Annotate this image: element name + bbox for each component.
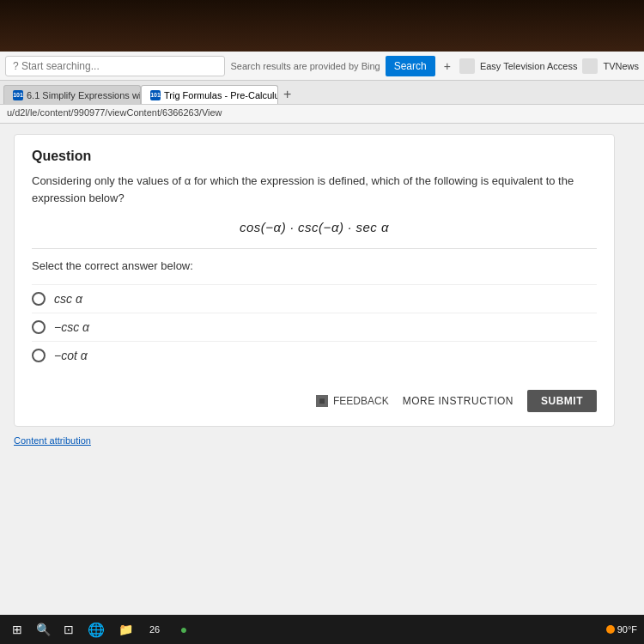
answer-option-3[interactable]: −cot α [32,341,597,369]
answer-text-2: −csc α [54,320,89,334]
question-title: Question [32,149,597,164]
weather-sun-icon [606,625,615,634]
tab-1[interactable]: 101 6.1 Simplify Expressions with Bas ✕ [3,85,141,104]
feedback-icon: ■ [316,395,328,407]
tab2-favicon: 101 [150,90,161,100]
bookmark-icon[interactable] [459,58,475,74]
windows-start-button[interactable]: ⊞ [7,619,27,640]
monitor-bezel [0,0,644,52]
tab-2[interactable]: 101 Trig Formulas - Pre-Calculus - Se ✕ [141,85,278,104]
new-tab-button[interactable]: + [278,85,296,104]
tab1-favicon: 101 [13,90,23,100]
feedback-button[interactable]: ■ FEEDBACK [316,395,389,407]
select-label: Select the correct answer below: [32,259,597,272]
tv-icon[interactable] [582,58,598,74]
easy-tv-link[interactable]: Easy Television Access [480,61,578,71]
add-tab-button[interactable]: + [440,59,454,73]
weather-temp: 90°F [617,624,637,635]
submit-button[interactable]: SUBMIT [527,390,597,412]
file-explorer-taskbar[interactable]: 📁 [113,619,137,640]
taskbar-search-icon: 🔍 [36,623,51,636]
content-attribution-link[interactable]: Content attribution [14,435,630,446]
search-hint: Search results are provided by Bing [230,61,380,71]
action-bar: ■ FEEDBACK MORE INSTRUCTION SUBMIT [32,383,597,412]
radio-3[interactable] [32,349,46,362]
answer-text-3: −cot α [54,349,88,362]
taskbar-apps-button[interactable]: ⊡ [58,619,79,640]
more-instruction-button[interactable]: MORE INSTRUCTION [403,395,513,407]
feedback-label: FEEDBACK [333,395,389,407]
apps-icon: ⊡ [64,623,74,636]
divider [32,248,597,249]
windows-icon: ⊞ [12,623,22,636]
radio-2[interactable] [32,320,46,334]
tvnews-link[interactable]: TVNews [603,61,639,71]
browser-window: Search results are provided by Bing Sear… [0,52,644,644]
taskbar-search-button[interactable]: 🔍 [33,619,53,640]
tab2-label: Trig Formulas - Pre-Calculus - Se [164,90,278,100]
question-text: Considering only the values of α for whi… [32,173,597,206]
tab1-label: 6.1 Simplify Expressions with Bas [27,90,141,100]
browser-search-input[interactable] [5,56,225,76]
search-button[interactable]: Search [386,56,435,76]
weather-widget[interactable]: 90°F [606,624,637,635]
browser-tabs: 101 6.1 Simplify Expressions with Bas ✕ … [0,81,644,105]
page-content: Question Considering only the values of … [0,124,644,620]
app-26-label: 26 [149,624,160,635]
edge-browser-taskbar[interactable]: 🌐 [84,619,108,640]
browser-toolbar: Search results are provided by Bing Sear… [0,52,644,81]
extra-app-icon: ● [180,623,187,636]
folder-icon: 📁 [118,623,133,636]
answer-text-1: csc α [54,292,82,306]
taskbar-extra-app[interactable]: ● [172,619,196,640]
radio-1[interactable] [32,292,46,306]
taskbar: ⊞ 🔍 ⊡ 🌐 📁 26 ● 90°F [0,615,644,644]
address-bar[interactable]: u/d2l/le/content/990977/viewContent/6366… [0,105,644,124]
question-card: Question Considering only the values of … [14,134,615,427]
answer-option-2[interactable]: −csc α [32,313,597,341]
math-expression: cos(−α) · csc(−α) · sec α [32,220,597,234]
app-26[interactable]: 26 [143,619,167,640]
answer-option-1[interactable]: csc α [32,284,597,313]
edge-icon: 🌐 [88,622,105,638]
